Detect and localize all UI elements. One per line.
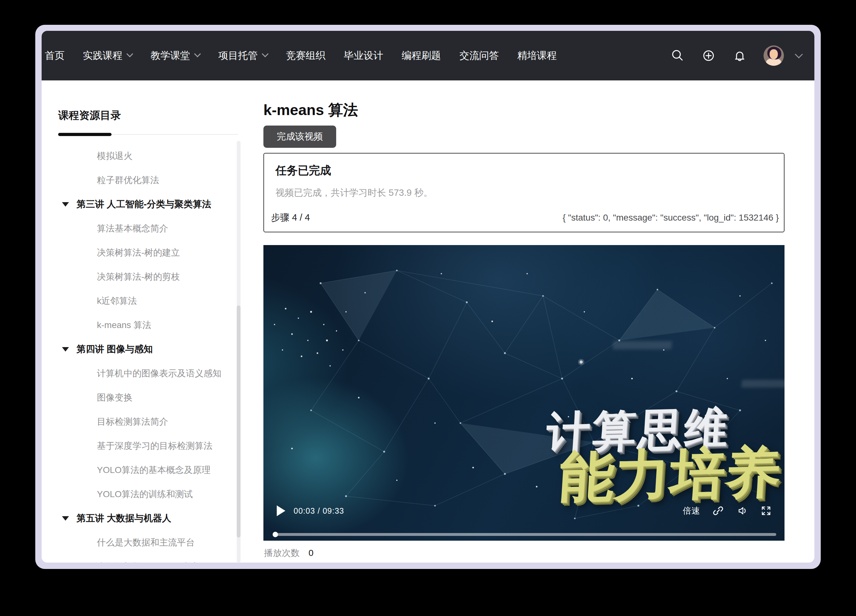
sidebar-item-label: 决策树算法-树的剪枝 (97, 271, 180, 283)
page-content: 课程资源目录 模拟退火 粒子群优化算法 第三讲 人工智能-分类与聚类算法 算法基… (42, 80, 814, 563)
play-count-value: 0 (308, 548, 314, 558)
sidebar-item-label: 算法基本概念简介 (97, 222, 168, 234)
chevron-down-icon (126, 51, 133, 57)
sidebar-item-current[interactable]: k-means 算法 (42, 313, 235, 337)
api-response-text: { "status": 0, "message": "success", "lo… (563, 213, 779, 223)
plus-circle-icon[interactable] (701, 48, 716, 63)
video-controls-right: 倍速 (683, 505, 772, 517)
sidebar-item-label: 目标检测算法简介 (97, 416, 168, 428)
sidebar-item-label: YOLO算法的训练和测试 (97, 488, 193, 500)
task-status-description: 视频已完成，共计学习时长 573.9 秒。 (276, 186, 433, 199)
triangle-down-icon (62, 347, 69, 351)
sidebar-item[interactable]: 算法基本概念简介 (42, 216, 235, 240)
complete-video-button[interactable]: 完成该视频 (263, 126, 336, 148)
sidebar-item-label: 模拟退火 (97, 150, 132, 162)
sidebar-item[interactable]: k近邻算法 (42, 289, 235, 313)
nav-item-coding-practice[interactable]: 编程刷题 (402, 49, 441, 62)
app-frame: 首页 实践课程 教学课堂 项目托管 竞赛组织 毕业设计 编程刷题 交流问答 精培… (42, 31, 814, 563)
chevron-down-icon (194, 51, 201, 57)
video-time: 00:03 / 09:33 (294, 506, 344, 516)
sidebar-item-label: 决策树算法-树的建立 (97, 246, 180, 259)
nav-menu: 首页 实践课程 教学课堂 项目托管 竞赛组织 毕业设计 编程刷题 交流问答 精培… (45, 49, 557, 62)
sidebar-section-label: 第四讲 图像与感知 (77, 343, 153, 356)
chevron-down-icon (262, 51, 268, 57)
nav-item-project-hosting[interactable]: 项目托管 (218, 49, 268, 62)
sidebar-title: 课程资源目录 (58, 108, 121, 123)
triangle-down-icon (62, 202, 69, 206)
sidebar-scrollbar-thumb[interactable] (237, 305, 240, 537)
video-controls: 00:03 / 09:33 倍速 (277, 503, 772, 518)
bell-icon[interactable] (733, 48, 747, 63)
sidebar-section-header[interactable]: 第五讲 大数据与机器人 (42, 506, 235, 530)
lesson-main: k-means 算法 完成该视频 任务已完成 视频已完成，共计学习时长 573.… (263, 80, 785, 563)
chevron-down-icon[interactable] (795, 50, 803, 58)
task-status-panel: 任务已完成 视频已完成，共计学习时长 573.9 秒。 步骤 4 / 4 { "… (263, 153, 785, 233)
sidebar-item[interactable]: 什么是大数据和主流平台 (42, 530, 235, 554)
play-count-row: 播放次数 0 (264, 547, 314, 559)
sidebar-item-label: k近邻算法 (97, 295, 137, 307)
fullscreen-icon[interactable] (761, 505, 772, 516)
video-watermark (741, 380, 785, 388)
sidebar-item-label: 基于深度学习的目标检测算法 (97, 440, 212, 452)
sidebar-item[interactable]: 大数据架构及Hadoop生态 (42, 554, 235, 563)
play-icon[interactable] (277, 505, 285, 516)
sidebar-item[interactable]: YOLO算法的基本概念及原理 (42, 458, 235, 482)
video-progress-bar[interactable] (274, 533, 776, 536)
search-icon[interactable] (670, 48, 685, 63)
nav-item-label: 教学课堂 (151, 49, 190, 62)
sidebar-item[interactable]: YOLO算法的训练和测试 (42, 482, 235, 506)
step-indicator: 步骤 4 / 4 (271, 211, 310, 224)
sidebar-item[interactable]: 图像变换 (42, 385, 235, 410)
sidebar-item[interactable]: 决策树算法-树的剪枝 (42, 265, 235, 289)
sidebar-item[interactable]: 决策树算法-树的建立 (42, 240, 235, 265)
sidebar-item-label: 什么是大数据和主流平台 (97, 536, 195, 548)
sidebar-item-label: 大数据架构及Hadoop生态 (97, 561, 199, 563)
top-navbar: 首页 实践课程 教学课堂 项目托管 竞赛组织 毕业设计 编程刷题 交流问答 精培… (42, 31, 814, 80)
task-status-footer: 步骤 4 / 4 { "status": 0, "message": "succ… (271, 211, 779, 224)
video-watermark (613, 341, 672, 349)
nav-item-home[interactable]: 首页 (45, 49, 65, 62)
nav-item-practice-courses[interactable]: 实践课程 (83, 49, 132, 62)
sidebar-section-label: 第三讲 人工智能-分类与聚类算法 (77, 198, 211, 211)
volume-icon[interactable] (736, 505, 748, 517)
sidebar-item-label: k-means 算法 (97, 319, 151, 331)
nav-item-label: 项目托管 (218, 49, 258, 62)
task-status-title: 任务已完成 (276, 163, 331, 178)
progress-handle[interactable] (273, 532, 278, 537)
triangle-down-icon (62, 516, 69, 521)
nav-actions (670, 45, 802, 66)
sidebar-item-label: 粒子群优化算法 (97, 174, 159, 186)
active-tab-indicator (58, 133, 111, 136)
sidebar-section-header[interactable]: 第三讲 人工智能-分类与聚类算法 (42, 192, 235, 216)
course-sidebar: 课程资源目录 模拟退火 粒子群优化算法 第三讲 人工智能-分类与聚类算法 算法基… (42, 80, 242, 563)
sidebar-item[interactable]: 计算机中的图像表示及语义感知 (42, 361, 235, 385)
sidebar-item-label: YOLO算法的基本概念及原理 (97, 464, 211, 476)
nav-item-label: 实践课程 (83, 49, 122, 62)
sidebar-section-header[interactable]: 第四讲 图像与感知 (42, 337, 235, 361)
nav-item-qa-forum[interactable]: 交流问答 (459, 49, 499, 62)
sidebar-scrollbar-track[interactable] (237, 141, 240, 563)
video-player[interactable]: 计算思维 能力培养 00:03 / 09:33 倍速 (263, 245, 785, 541)
nav-item-graduation-design[interactable]: 毕业设计 (344, 49, 383, 62)
browser-window: 首页 实践课程 教学课堂 项目托管 竞赛组织 毕业设计 编程刷题 交流问答 精培… (35, 25, 821, 569)
link-icon[interactable] (712, 505, 724, 517)
course-resource-list: 模拟退火 粒子群优化算法 第三讲 人工智能-分类与聚类算法 算法基本概念简介 决… (42, 144, 235, 563)
sidebar-item-label: 计算机中的图像表示及语义感知 (97, 367, 222, 379)
nav-item-teaching-classroom[interactable]: 教学课堂 (151, 49, 200, 62)
play-count-label: 播放次数 (264, 547, 300, 559)
avatar-face (770, 49, 778, 59)
nav-item-competitions[interactable]: 竞赛组织 (286, 49, 325, 62)
sidebar-item[interactable]: 基于深度学习的目标检测算法 (42, 434, 235, 458)
sidebar-section-label: 第五讲 大数据与机器人 (77, 512, 171, 525)
sidebar-item[interactable]: 模拟退火 (42, 144, 235, 168)
page-title: k-means 算法 (263, 100, 358, 120)
sidebar-item-label: 图像变换 (97, 391, 132, 403)
avatar[interactable] (764, 45, 784, 66)
sidebar-item[interactable]: 粒子群优化算法 (42, 168, 235, 192)
playback-speed-button[interactable]: 倍速 (683, 505, 700, 516)
sidebar-item[interactable]: 目标检测算法简介 (42, 410, 235, 434)
nav-item-premium-courses[interactable]: 精培课程 (517, 49, 557, 62)
